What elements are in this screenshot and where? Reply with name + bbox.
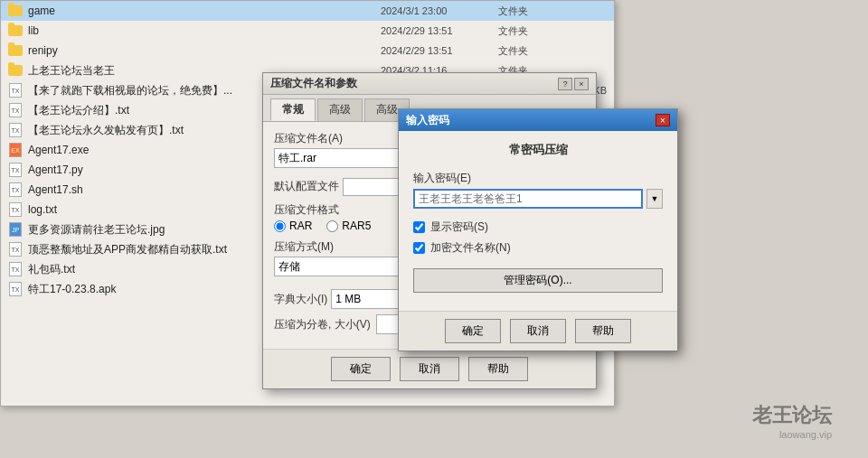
folder-icon	[8, 4, 23, 18]
rar-radio-rar5[interactable]: RAR5	[326, 220, 371, 232]
pwd-encrypt-checkbox[interactable]	[413, 242, 425, 254]
pwd-close-btn[interactable]: ×	[656, 114, 670, 126]
pwd-subtitle: 常密码压缩	[413, 142, 663, 158]
watermark-sub-text: laowang.vip	[752, 429, 832, 440]
file-name: renipy	[28, 44, 381, 57]
rar-dict-label: 字典大小(I)	[274, 292, 327, 307]
file-date: 2024/2/29 13:51	[381, 45, 498, 56]
pwd-cancel-button[interactable]: 取消	[510, 319, 566, 343]
pwd-manage-button[interactable]: 管理密码(O)...	[413, 268, 663, 293]
folder-icon	[8, 63, 23, 78]
file-type: 文件夹	[498, 24, 561, 38]
pwd-body: 常密码压缩 输入密码(E) ▼ 显示密码(S) 加密文件名称(N) 管理密码(O…	[399, 131, 677, 311]
file-row[interactable]: renipy2024/2/29 13:51文件夹	[1, 41, 614, 61]
exe-icon: EX	[8, 143, 23, 157]
rar-config-label: 默认配置文件	[274, 179, 339, 194]
file-icon: TX	[8, 242, 23, 257]
file-row[interactable]: game2024/3/1 23:00文件夹	[1, 1, 614, 21]
file-icon: TX	[8, 103, 23, 117]
pwd-input-row: ▼	[413, 189, 663, 209]
rar-title-text: 压缩文件名和参数	[270, 76, 357, 91]
folder-icon	[8, 43, 23, 58]
rar-window-controls: ? ×	[558, 78, 589, 90]
file-icon: TX	[8, 262, 23, 276]
pwd-ok-button[interactable]: 确定	[445, 319, 501, 343]
pwd-footer: 确定 取消 帮助	[399, 311, 677, 351]
rar-question-btn[interactable]: ?	[558, 78, 572, 90]
pwd-show-checkbox[interactable]	[413, 221, 425, 233]
image-icon: JP	[8, 222, 23, 237]
rar-cancel-button[interactable]: 取消	[400, 357, 459, 381]
rar-title-bar: 压缩文件名和参数 ? ×	[263, 73, 596, 95]
rar-footer: 确定 取消 帮助	[263, 349, 596, 388]
file-date: 2024/3/1 23:00	[381, 5, 498, 16]
rar-radio-rar5-input[interactable]	[326, 220, 338, 232]
file-icon: TX	[8, 282, 23, 296]
file-icon: TX	[8, 83, 23, 98]
file-icon: TX	[8, 202, 23, 217]
file-icon: TX	[8, 182, 23, 197]
rar-ok-button[interactable]: 确定	[331, 357, 391, 381]
pwd-encrypt-label: 加密文件名称(N)	[430, 240, 511, 256]
watermark: 老王论坛 laowang.vip	[752, 402, 832, 440]
rar-radio-rar[interactable]: RAR	[274, 220, 312, 232]
rar-close-btn[interactable]: ×	[574, 78, 589, 90]
file-icon: TX	[8, 123, 23, 137]
pwd-field-label: 输入密码(E)	[413, 171, 663, 186]
rar-tab-advanced[interactable]: 高级	[317, 98, 363, 121]
file-icon: TX	[8, 163, 23, 177]
pwd-title-text: 输入密码	[406, 113, 449, 128]
pwd-help-button[interactable]: 帮助	[575, 319, 631, 343]
rar-dict-input[interactable]	[331, 289, 403, 309]
rar-tab-general[interactable]: 常规	[270, 98, 316, 121]
pwd-show-checkbox-row[interactable]: 显示密码(S)	[413, 220, 663, 235]
folder-icon	[8, 23, 23, 38]
file-name: lib	[28, 24, 381, 37]
pwd-title-bar: 输入密码 ×	[399, 109, 677, 131]
file-row[interactable]: lib2024/2/29 13:51文件夹	[1, 21, 614, 41]
rar-radio-rar-input[interactable]	[274, 220, 286, 232]
rar-help-button[interactable]: 帮助	[468, 357, 528, 381]
file-date: 2024/2/29 13:51	[381, 25, 498, 36]
pwd-password-input[interactable]	[413, 189, 643, 209]
file-type: 文件夹	[498, 44, 561, 58]
pwd-encrypt-checkbox-row[interactable]: 加密文件名称(N)	[413, 240, 663, 256]
pwd-show-label: 显示密码(S)	[430, 220, 488, 235]
rar-split-label: 压缩为分卷, 大小(V)	[274, 317, 371, 332]
password-dialog: 输入密码 × 常密码压缩 输入密码(E) ▼ 显示密码(S) 加密文件名称(N)…	[398, 108, 678, 351]
pwd-dropdown-btn[interactable]: ▼	[646, 189, 663, 209]
file-name: game	[28, 5, 381, 17]
file-type: 文件夹	[498, 5, 561, 18]
watermark-main-text: 老王论坛	[752, 402, 832, 429]
